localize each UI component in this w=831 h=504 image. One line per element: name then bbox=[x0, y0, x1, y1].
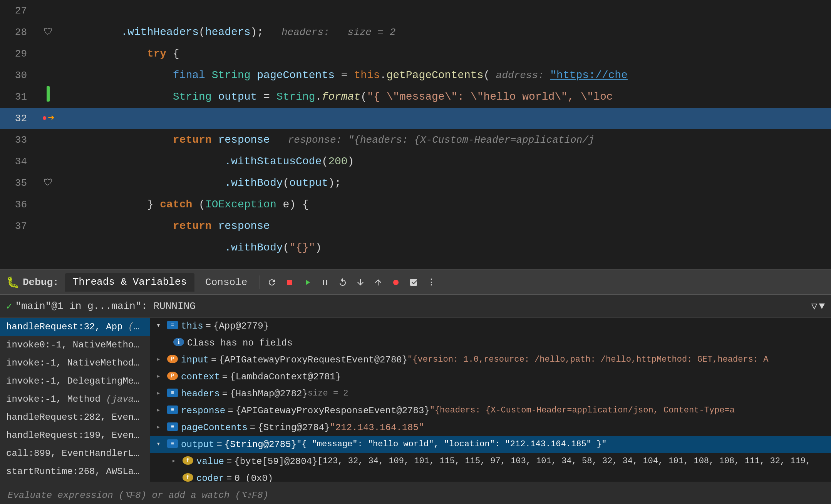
code-line-33: 33 .withStatusCode(200) bbox=[0, 129, 831, 151]
shield-icon-35: 🛡 bbox=[44, 172, 53, 194]
step-into-button[interactable] bbox=[353, 275, 368, 290]
stack-frame-7[interactable]: handleRequest:199, EventHandlerLoader$Po bbox=[0, 426, 150, 444]
code-line-27: 27 .withHeaders(headers); headers: size … bbox=[0, 0, 831, 22]
var-row-output[interactable]: ▾ ≡ output = {String@2785} "{ "message":… bbox=[150, 436, 831, 453]
var-val-pagecontents: {String@2784} bbox=[258, 422, 330, 433]
var-row-headers[interactable]: ▸ ≡ headers = {HashMap@2782} size = 2 bbox=[150, 386, 831, 402]
toolbar-separator bbox=[260, 275, 260, 289]
expand-arrow-context: ▸ bbox=[156, 372, 167, 380]
eval-bar[interactable]: Evaluate expression (⌥F8) or add a watch… bbox=[0, 482, 831, 504]
stack-frame-2[interactable]: invoke0:-1, NativeMethodAccessorImpl (jd… bbox=[0, 336, 150, 354]
var-row-pagecontents[interactable]: ▸ ≡ pageContents = {String@2784} "212.14… bbox=[150, 419, 831, 436]
stack-frame-10[interactable]: startRuntime:206, AWSLambda (lambdainte bbox=[0, 481, 150, 482]
stack-frame-5[interactable]: invoke:-1, Method (java.lang.reflect) bbox=[0, 390, 150, 408]
var-extra-pagecontents: "212.143.164.185" bbox=[330, 422, 424, 433]
line-number-37: 37 bbox=[0, 215, 35, 237]
expand-arrow-response: ▸ bbox=[156, 406, 167, 414]
var-name-response: response bbox=[181, 406, 225, 416]
expand-arrow-pagecontents: ▸ bbox=[156, 422, 167, 431]
stack-frame-1[interactable]: handleRequest:32, App (helloworld) bbox=[0, 318, 150, 336]
evaluate-button[interactable] bbox=[406, 275, 421, 290]
more-button[interactable]: ⋮ bbox=[424, 275, 439, 290]
variables-panel: ▾ ≡ this = {App@2779} ℹ Class has no fie… bbox=[150, 318, 831, 482]
run-to-cursor-button[interactable] bbox=[389, 275, 403, 290]
var-val-output: {String@2785} bbox=[225, 439, 297, 450]
var-icon-response: ≡ bbox=[167, 406, 178, 414]
var-icon-output-value: f bbox=[183, 456, 193, 465]
var-extra-headers: size = 2 bbox=[308, 389, 348, 398]
expand-arrow-output-value: ▸ bbox=[172, 456, 183, 465]
var-name-output: output bbox=[181, 439, 214, 450]
var-row-context[interactable]: ▸ P context = {LambdaContext@2781} bbox=[150, 369, 831, 386]
pause-button[interactable] bbox=[318, 275, 332, 290]
code-line-30: 30 String output = String.format("{ \"me… bbox=[0, 65, 831, 86]
thread-status-text: "main"@1 in g...main": RUNNING bbox=[15, 300, 808, 312]
code-line-28: 28 🛡 try { bbox=[0, 22, 831, 43]
debug-panel: 🐛 Debug: Threads & Variables Console bbox=[0, 269, 831, 504]
svg-rect-0 bbox=[287, 280, 292, 285]
var-name-output-value: value bbox=[196, 456, 224, 467]
gutter-32: ● ➜ bbox=[35, 108, 62, 129]
stop-button[interactable] bbox=[282, 275, 297, 290]
shield-icon-28: 🛡 bbox=[44, 22, 53, 43]
var-row-this-note: ℹ Class has no fields bbox=[150, 335, 831, 352]
gutter-31 bbox=[35, 86, 62, 102]
var-extra-output-value: [123, 32, 34, 109, 101, 115, 115, 97, 10… bbox=[317, 456, 811, 466]
expand-arrow-headers: ▸ bbox=[156, 389, 167, 397]
var-row-this[interactable]: ▾ ≡ this = {App@2779} bbox=[150, 318, 831, 335]
var-icon-this: ≡ bbox=[167, 321, 178, 329]
tab-threads-vars[interactable]: Threads & Variables bbox=[65, 273, 194, 292]
svg-rect-3 bbox=[326, 280, 327, 285]
expand-arrow-input: ▸ bbox=[156, 355, 167, 363]
stack-frame-4[interactable]: invoke:-1, DelegatingMethodAccessorImpl … bbox=[0, 372, 150, 390]
expand-arrow-output-coder: ▸ bbox=[172, 473, 183, 482]
line-number-32: 32 bbox=[0, 108, 35, 129]
var-eq-output-value: = bbox=[226, 456, 232, 467]
rerun-button[interactable] bbox=[265, 275, 279, 290]
code-line-34: 34 .withBody(output); bbox=[0, 151, 831, 172]
tab-console[interactable]: Console bbox=[198, 274, 255, 291]
line-number-33: 33 bbox=[0, 129, 35, 151]
var-icon-pagecontents: ≡ bbox=[167, 422, 178, 431]
resume-button[interactable] bbox=[300, 275, 315, 290]
green-bar-icon bbox=[47, 86, 50, 102]
thread-filter-icon[interactable]: ▽ bbox=[811, 300, 818, 312]
line-number-28: 28 bbox=[0, 22, 35, 43]
var-eq-output-coder: = bbox=[226, 473, 232, 482]
stack-frame-9[interactable]: startRuntime:268, AWSLambda (lambdainte bbox=[0, 462, 150, 481]
app-container: 27 .withHeaders(headers); headers: size … bbox=[0, 0, 831, 504]
var-row-input[interactable]: ▸ P input = {APIGatewayProxyRequestEvent… bbox=[150, 352, 831, 369]
var-val-output-value: {byte[59]@2804} bbox=[234, 456, 317, 467]
stack-frame-6[interactable]: handleRequest:282, EventHandlerLoader$Po bbox=[0, 408, 150, 426]
thread-header-bar: ✓ "main"@1 in g...main": RUNNING ▽ ▼ bbox=[0, 295, 831, 318]
var-eq-pagecontents: = bbox=[250, 422, 255, 433]
step-over-button[interactable] bbox=[335, 275, 350, 290]
var-icon-context: P bbox=[167, 372, 178, 380]
var-extra-output: "{ "message": "hello world", "location":… bbox=[297, 439, 606, 449]
var-name-headers: headers bbox=[181, 389, 220, 399]
stack-frame-3[interactable]: invoke:-1, NativeMethodAccessorImpl (jdk… bbox=[0, 354, 150, 372]
svg-rect-2 bbox=[323, 280, 324, 285]
var-row-output-coder[interactable]: ▸ f coder = 0 (0x0) bbox=[150, 470, 831, 482]
no-fields-text: Class has no fields bbox=[187, 338, 293, 348]
svg-point-4 bbox=[393, 280, 399, 285]
var-icon-output: ≡ bbox=[167, 439, 178, 448]
var-extra-response: "{headers: {X-Custom-Header=application/… bbox=[430, 406, 735, 415]
code-content-37: .withBody("{}") bbox=[62, 215, 831, 269]
var-eq-input: = bbox=[211, 355, 216, 365]
code-line-37: 37 .withBody("{}") bbox=[0, 215, 831, 237]
var-extra-input: "{version: 1.0,resource: /hello,path: /h… bbox=[407, 355, 768, 364]
var-val-this: {App@2779} bbox=[213, 321, 269, 331]
thread-dropdown-icon[interactable]: ▼ bbox=[819, 300, 825, 312]
var-val-headers: {HashMap@2782} bbox=[230, 389, 308, 399]
var-row-response[interactable]: ▸ ≡ response = {APIGatewayProxyResponseE… bbox=[150, 402, 831, 419]
debug-content: handleRequest:32, App (helloworld) invok… bbox=[0, 318, 831, 482]
threads-panel: handleRequest:32, App (helloworld) invok… bbox=[0, 318, 150, 482]
debug-label: 🐛 Debug: bbox=[6, 276, 59, 289]
stack-frame-8[interactable]: call:899, EventHandlerLoader$2 (lambdain… bbox=[0, 444, 150, 462]
step-out-button[interactable] bbox=[371, 275, 385, 290]
var-row-output-value[interactable]: ▸ f value = {byte[59]@2804} [123, 32, 34… bbox=[150, 453, 831, 470]
expand-arrow-output: ▾ bbox=[156, 439, 167, 448]
svg-marker-1 bbox=[306, 280, 310, 285]
line-number-35: 35 bbox=[0, 172, 35, 194]
